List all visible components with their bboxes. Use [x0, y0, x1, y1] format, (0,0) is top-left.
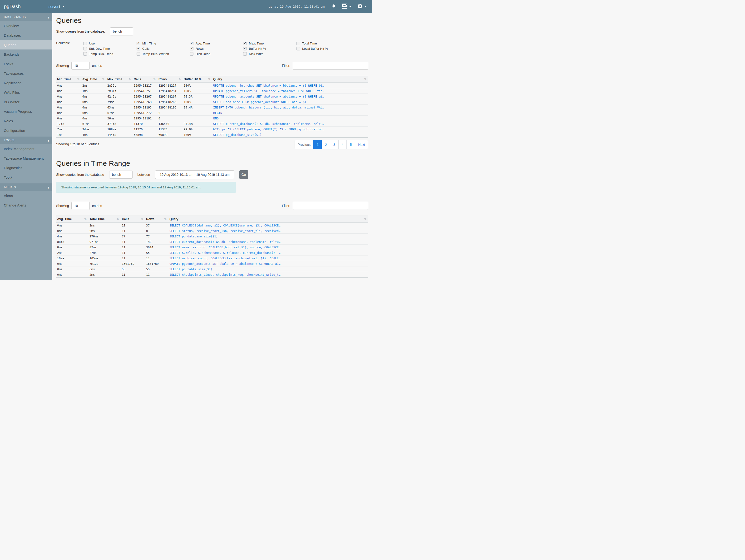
- column-header-min-time[interactable]: Min. Time⇅: [56, 76, 82, 83]
- filter-input-2[interactable]: [293, 202, 368, 210]
- sidebar-item-alerts[interactable]: Alerts: [0, 191, 52, 200]
- server-selector[interactable]: server1: [48, 4, 65, 8]
- sidebar-item-index-management[interactable]: Index Management: [0, 144, 52, 154]
- sidebar-section-tools[interactable]: TOOLS›: [0, 137, 52, 144]
- column-header-query[interactable]: Query⇅: [212, 76, 368, 83]
- column-header-rows[interactable]: Rows⇅: [145, 216, 168, 223]
- query-link[interactable]: SELECT status, receive_start_lsn, receiv…: [168, 228, 368, 234]
- sort-icon: ⇅: [179, 77, 181, 81]
- charts-menu-button[interactable]: [342, 4, 351, 10]
- database-input-2[interactable]: [109, 171, 133, 179]
- sidebar-item-tablespaces[interactable]: Tablespaces: [0, 68, 52, 78]
- page-3-button[interactable]: 3: [330, 140, 338, 149]
- column-checkbox-calls[interactable]: ✔Calls: [137, 46, 190, 51]
- table-row: 0ms6ms5555SELECT pg_table_size($1): [56, 266, 368, 272]
- sidebar-section-alerts[interactable]: ALERTS›: [0, 184, 52, 191]
- notifications-button[interactable]: [331, 4, 336, 10]
- query-link[interactable]: SELECT pg_table_size($1): [168, 266, 368, 272]
- page-next-button[interactable]: Next: [355, 140, 368, 149]
- query-link[interactable]: UPDATE pgbench_tellers SET tbalance = tb…: [212, 88, 368, 94]
- page-size-input[interactable]: [71, 62, 90, 70]
- sidebar-item-backends[interactable]: Backends: [0, 50, 52, 59]
- page-size-input-2[interactable]: [71, 202, 90, 210]
- page-5-button[interactable]: 5: [347, 140, 355, 149]
- column-header-calls[interactable]: Calls⇅: [133, 76, 158, 83]
- query-link[interactable]: SELECT checkpoints_timed, checkpoints_re…: [168, 272, 368, 277]
- column-checkbox-temp-blks-read[interactable]: Temp Blks. Read: [83, 52, 137, 57]
- column-checkbox-max-time[interactable]: ✔Max. Time: [243, 41, 296, 46]
- query-link[interactable]: INSERT INTO pgbench_history (tid, bid, a…: [212, 105, 368, 110]
- column-checkbox-rows[interactable]: ✔Rows: [190, 46, 243, 51]
- column-header-max-time[interactable]: Max. Time⇅: [106, 76, 133, 83]
- page-size-control-2: Showing entries: [56, 202, 102, 210]
- sidebar-item-wal-files[interactable]: WAL Files: [0, 88, 52, 97]
- page-2-button[interactable]: 2: [322, 140, 330, 149]
- database-input[interactable]: [110, 27, 133, 35]
- column-checkbox-min-time[interactable]: ✔Min. Time: [137, 41, 190, 46]
- query-link[interactable]: END: [212, 116, 368, 121]
- checkbox-label: Total Time: [302, 42, 317, 45]
- query-link[interactable]: SELECT archived_count, COALESCE(last_arc…: [168, 256, 368, 261]
- column-checkbox-user[interactable]: User: [83, 41, 137, 46]
- query-link[interactable]: WITH pc AS (SELECT pubname, COUNT(*) AS …: [212, 127, 368, 132]
- go-button[interactable]: Go: [239, 170, 248, 179]
- query-link[interactable]: SELECT pg_database_size($1): [168, 234, 368, 239]
- sidebar-item-databases[interactable]: Databases: [0, 30, 52, 40]
- checkbox-checked: ✔: [137, 42, 140, 45]
- sidebar-section-dashboards[interactable]: DASHBOARDS›: [0, 13, 52, 21]
- query-link[interactable]: UPDATE pgbench_accounts SET abalance = a…: [212, 94, 368, 99]
- column-checkbox-avg-time[interactable]: ✔Avg. Time: [190, 41, 243, 46]
- app-logo[interactable]: pgDash: [0, 4, 48, 9]
- column-checkbox-disk-write[interactable]: Disk Write: [243, 52, 296, 57]
- column-checkbox-disk-read[interactable]: Disk Read: [190, 52, 243, 57]
- sidebar-item-locks[interactable]: Locks: [0, 59, 52, 68]
- cell-value: 1295418193: [133, 105, 158, 110]
- query-link[interactable]: UPDATE pgbench_branches SET bbalance = b…: [212, 83, 368, 88]
- cell-value: 0: [158, 116, 183, 121]
- column-checkbox-std-dev-time[interactable]: Std. Dev. Time: [83, 46, 137, 51]
- query-link[interactable]: SELECT abalance FROM pgbench_accounts WH…: [212, 99, 368, 105]
- query-link[interactable]: SELECT pg_database_size($1): [212, 132, 368, 138]
- column-checkbox-buffer-hit[interactable]: ✔Buffer Hit %: [243, 46, 296, 51]
- column-header-buffer-hit[interactable]: Buffer Hit %⇅: [183, 76, 212, 83]
- page-4-button[interactable]: 4: [338, 140, 347, 149]
- page-previous-button[interactable]: Previous: [295, 140, 314, 149]
- cell-value: 0ms: [56, 83, 82, 88]
- filter-input[interactable]: [293, 62, 368, 70]
- sidebar-item-overview[interactable]: Overview: [0, 21, 52, 30]
- sidebar-item-configuration[interactable]: Configuration: [0, 126, 52, 135]
- query-link[interactable]: SELECT current_database() AS db, scheman…: [212, 121, 368, 127]
- cell-value: 1295418272: [133, 110, 158, 116]
- sidebar-item-replication[interactable]: Replication: [0, 78, 52, 88]
- cell-value: 0ms: [56, 266, 89, 272]
- column-header-avg-time[interactable]: Avg. Time⇅: [56, 216, 89, 223]
- sidebar-item-tablespace-management[interactable]: Tablespace Management: [0, 154, 52, 163]
- column-header-calls[interactable]: Calls⇅: [121, 216, 145, 223]
- column-header-total-time[interactable]: Total Time⇅: [89, 216, 121, 223]
- column-header-query[interactable]: Query⇅: [168, 216, 368, 223]
- time-range-input[interactable]: [155, 170, 234, 179]
- page-1-button[interactable]: 1: [313, 140, 322, 149]
- sidebar-item-bg-writer[interactable]: BG Writer: [0, 97, 52, 106]
- query-link[interactable]: UPDATE pgbench_accounts SET abalance = a…: [168, 261, 368, 266]
- query-link[interactable]: SELECT name, setting, COALESCE(boot_val,…: [168, 244, 368, 250]
- query-link[interactable]: BEGIN: [212, 110, 368, 116]
- cell-value: 136440: [158, 121, 183, 127]
- sidebar-item-change-alerts[interactable]: Change Alerts: [0, 200, 52, 210]
- cell-value: [183, 110, 212, 116]
- sidebar-item-vacuum-progress[interactable]: Vacuum Progress: [0, 106, 52, 116]
- column-checkbox-local-buffer-hit[interactable]: Local Buffer Hit %: [296, 46, 350, 51]
- column-header-avg-time[interactable]: Avg. Time⇅: [82, 76, 106, 83]
- query-link[interactable]: SELECT S.relid, S.schemaname, S.relname,…: [168, 250, 368, 256]
- sidebar-item-top-k[interactable]: Topk: [0, 172, 52, 182]
- sidebar-item-diagnostics[interactable]: Diagnostics: [0, 163, 52, 172]
- column-checkbox-temp-blks-written[interactable]: Temp Blks. Written: [137, 52, 190, 57]
- column-checkbox-total-time[interactable]: Total Time: [296, 41, 350, 46]
- query-link[interactable]: SELECT COALESCE(datname, $2), COALESCE(u…: [168, 223, 368, 228]
- column-header-rows[interactable]: Rows⇅: [158, 76, 183, 83]
- settings-menu-button[interactable]: [357, 3, 367, 10]
- sidebar-item-queries[interactable]: Queries: [0, 40, 52, 50]
- sidebar-item-roles[interactable]: Roles: [0, 116, 52, 126]
- query-link[interactable]: SELECT current_database() AS db, scheman…: [168, 239, 368, 244]
- cell-value: 27ms: [89, 250, 121, 256]
